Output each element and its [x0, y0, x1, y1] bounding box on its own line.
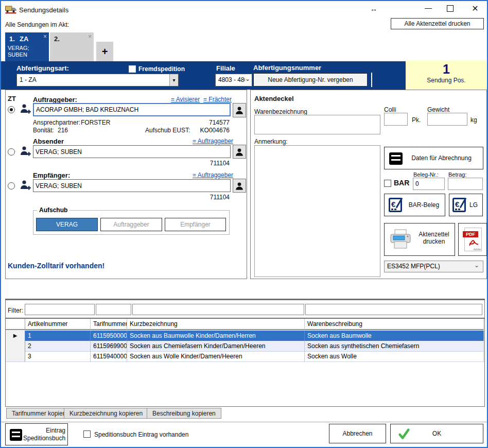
footer-divider — [1, 422, 487, 422]
empfaenger-contact-button[interactable] — [233, 179, 246, 193]
warenbezeichnung-input[interactable] — [254, 115, 380, 134]
ok-button[interactable]: OK — [390, 424, 483, 443]
aktenzettel-drucken-button[interactable]: Aktenzettel drucken — [384, 223, 455, 256]
close-button[interactable]: ✕ — [468, 4, 482, 13]
abfertigungsart-arrow-icon[interactable]: ▾ — [169, 74, 178, 86]
absender-radio[interactable] — [8, 148, 15, 156]
add-contact-icon[interactable] — [20, 103, 31, 114]
tab2-close-icon[interactable]: × — [88, 33, 92, 40]
abfertigungsart-select[interactable]: 1 - ZA ▾ — [16, 74, 179, 87]
cell-warenbeschreibung[interactable]: Socken aus synthetischen Chemiefasern — [305, 341, 484, 352]
auftraggeber-radio[interactable] — [8, 106, 15, 113]
filter-input-kurzbezeichnung[interactable] — [132, 304, 304, 315]
aufschub-empfaenger-button[interactable]: Empfänger — [165, 218, 226, 231]
filiale-select[interactable]: 4803 - 480 ⌄ — [215, 74, 252, 87]
gewicht-input[interactable] — [427, 113, 467, 126]
absender-auftraggeber-link[interactable]: = Auftraggeber — [193, 137, 233, 145]
printer-select[interactable]: ES3452 MFP(PCL) ⌄ — [384, 261, 483, 272]
tab-shipment-1[interactable]: 1. ZA × VERAG; SUBEN — [5, 32, 49, 61]
ok-check-icon — [398, 428, 410, 440]
printer-chevron-icon[interactable]: ⌄ — [474, 262, 479, 269]
filiale-chevron-icon[interactable]: ⌄ — [245, 75, 250, 82]
cell-tarifnummer[interactable]: 61159400000 — [91, 351, 127, 362]
absender-number: 711104 — [197, 160, 230, 167]
add-tab-button[interactable]: + — [96, 42, 113, 61]
cell-kurzbezeichnung[interactable]: Socken aus Wolle Kinder/Damen/Heeren — [127, 351, 305, 362]
column-header-warenbeschreibung[interactable]: Warenbeschreibung — [305, 319, 484, 330]
contact-person-icon — [235, 106, 244, 115]
print-all-aktenzettel-button[interactable]: Alle Aktenzettel drucken — [391, 18, 484, 29]
table-row[interactable]: ▶ 1 61159500000 Socken aus Baumwolle Kin… — [6, 331, 484, 341]
column-header-kurzbezeichnung[interactable]: Kurzbezeichnung — [127, 319, 305, 330]
cell-tarifnummer[interactable]: 61159500000 — [91, 331, 127, 341]
cell-warenbeschreibung[interactable]: Socken aus Wolle — [305, 351, 484, 362]
betrag-input[interactable] — [448, 178, 483, 190]
cell-artikelnummer[interactable]: 2 — [25, 341, 91, 352]
add-contact-icon[interactable] — [20, 145, 31, 157]
fraechter-link[interactable]: = Frächter — [203, 96, 232, 103]
contact-person-icon — [235, 181, 244, 191]
auftraggeber-contact-button[interactable] — [233, 103, 246, 117]
daten-fuer-abrechnung-button[interactable]: Daten für Abrechnung — [384, 147, 483, 169]
avisierer-link[interactable]: = Avisierer — [171, 96, 200, 103]
cell-warenbeschreibung[interactable]: Socken aus Baumwolle — [305, 331, 484, 341]
pk-label: Pk. — [412, 116, 421, 124]
add-contact-icon[interactable] — [20, 179, 31, 191]
empfaenger-input[interactable] — [33, 179, 231, 192]
cell-kurzbezeichnung[interactable]: Socken aus Chemiefasern Kinder/Damen/Hee… — [127, 341, 305, 352]
minimize-button[interactable]: — — [422, 4, 434, 12]
cell-tarifnummer[interactable]: 61159699000 — [91, 341, 127, 352]
aufschub-auftraggeber-button[interactable]: Auftraggeber — [100, 218, 162, 231]
column-header-tarifnummer[interactable]: Tarifnummer — [91, 319, 127, 330]
absender-input[interactable] — [33, 145, 231, 158]
colli-input[interactable] — [384, 113, 408, 126]
column-header-artikelnummer[interactable]: Artikelnummer — [25, 319, 91, 330]
table-row[interactable]: 2 61159699000 Socken aus Chemiefasern Ki… — [6, 341, 484, 352]
empfaenger-auftraggeber-link[interactable]: = Auftraggeber — [193, 171, 233, 179]
maximize-button[interactable] — [447, 5, 454, 12]
cell-kurzbezeichnung[interactable]: Socken aus Baumwolle Kinder/Damen/Herren — [127, 331, 305, 341]
lg-button[interactable]: € LG — [449, 194, 483, 216]
copy-beschreibung-button[interactable]: Beschreibung kopieren — [147, 408, 221, 419]
row-marker-cell — [6, 351, 25, 362]
aktenzettel-label: Aktenzettel drucken — [415, 231, 452, 245]
row-marker-icon: ▶ — [13, 333, 18, 338]
neue-abfertigungsnr-button[interactable]: Neue Abfertigung-Nr. vergeben — [253, 73, 368, 87]
plus-icon: + — [102, 46, 108, 58]
empfaenger-number: 711104 — [197, 194, 230, 201]
tab-shipment-2[interactable]: 2. × — [50, 32, 94, 61]
cancel-button[interactable]: Abbrechen — [329, 424, 386, 443]
copy-kurzbezeichnung-button[interactable]: Kurzbezeichnung kopieren — [64, 408, 148, 419]
absender-label: Absender — [33, 137, 64, 145]
fremdspedition-label: Fremdspedition — [138, 65, 185, 73]
auftraggeber-number: 714577 — [197, 119, 230, 126]
aufschub-verag-button[interactable]: VERAG — [36, 218, 98, 231]
table-row[interactable]: 3 61159400000 Socken aus Wolle Kinder/Da… — [6, 351, 484, 362]
bonitaet-label: Bonität: — [33, 127, 54, 134]
absender-contact-button[interactable] — [233, 145, 246, 159]
resize-icon[interactable]: ↔ — [368, 5, 380, 13]
filter-input-warenbeschreibung[interactable] — [305, 304, 482, 315]
fremdspedition-checkbox[interactable] — [129, 65, 136, 73]
row-marker-cell — [6, 341, 25, 352]
bar-beleg-button[interactable]: € BAR-Beleg — [384, 194, 445, 216]
filter-input-artikelnummer[interactable] — [25, 304, 95, 315]
speditionsbuch-checkbox[interactable] — [83, 430, 91, 438]
row-marker-cell: ▶ — [6, 331, 25, 341]
beleg-nr-input[interactable] — [413, 178, 445, 190]
bar-checkbox[interactable] — [384, 180, 391, 187]
tab1-close-icon[interactable]: × — [43, 33, 47, 40]
anmerkung-label: Anmerkung: — [254, 138, 288, 145]
pdf-export-button[interactable]: PDF Adobe — [458, 223, 487, 256]
shipments-in-file-label: Alle Sendungen im Akt: — [5, 21, 69, 28]
filter-input-tarifnummer[interactable] — [96, 304, 131, 315]
empfaenger-radio[interactable] — [8, 182, 15, 189]
aktendeckel-title: Aktendeckel — [254, 95, 294, 102]
euro-receipt-icon: € — [452, 198, 466, 212]
eintrag-speditionsbuch-button[interactable]: Eintrag Speditionsbuch — [5, 423, 68, 445]
cell-artikelnummer[interactable]: 3 — [25, 351, 91, 362]
tab1-type: ZA — [20, 35, 28, 43]
cell-artikelnummer[interactable]: 1 — [25, 331, 91, 341]
auftraggeber-input[interactable] — [33, 103, 231, 116]
anmerkung-textarea[interactable] — [254, 145, 380, 277]
